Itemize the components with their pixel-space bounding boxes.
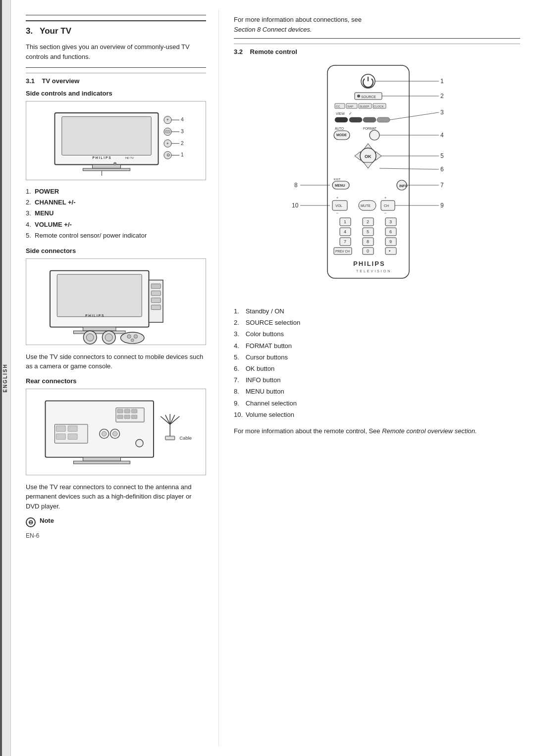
remote-list-item-3: 3. Color buttons bbox=[234, 330, 520, 339]
svg-text:VOL: VOL bbox=[335, 204, 342, 207]
svg-text:⊖: ⊖ bbox=[166, 152, 170, 157]
svg-text:+: + bbox=[166, 141, 169, 146]
svg-text:4: 4 bbox=[344, 229, 346, 234]
svg-text:–: – bbox=[336, 211, 338, 214]
svg-line-66 bbox=[165, 415, 170, 424]
svg-rect-95 bbox=[349, 117, 362, 122]
section-title: 3. Your TV bbox=[26, 20, 206, 36]
list-item-4: 4. VOLUME +/- bbox=[26, 220, 206, 229]
svg-rect-58 bbox=[68, 434, 77, 439]
section-divider bbox=[26, 15, 206, 15]
svg-text:HD TV: HD TV bbox=[125, 156, 134, 159]
svg-text:PREV CH: PREV CH bbox=[335, 250, 350, 253]
svg-text:10: 10 bbox=[292, 202, 299, 209]
svg-text:9: 9 bbox=[440, 202, 444, 209]
svg-text:CC: CC bbox=[336, 105, 340, 108]
rear-connectors-diagram-box: Cable bbox=[26, 389, 206, 475]
svg-point-45 bbox=[131, 339, 134, 342]
remote-list-item-4: 4. FORMAT button bbox=[234, 342, 520, 351]
svg-text:PHILIPS: PHILIPS bbox=[353, 260, 385, 267]
language-sidebar: ENGLISH bbox=[0, 0, 11, 756]
svg-text:+: + bbox=[384, 196, 386, 200]
svg-text:VIEW: VIEW bbox=[336, 112, 345, 115]
svg-text:1: 1 bbox=[181, 152, 184, 157]
svg-point-24 bbox=[113, 162, 116, 165]
remote-list-item-8: 8. MENU button bbox=[234, 387, 520, 396]
remote-list-item-6: 6. OK button bbox=[234, 364, 520, 373]
svg-text:3: 3 bbox=[389, 219, 392, 224]
svg-rect-29 bbox=[151, 284, 160, 289]
svg-text:–: – bbox=[384, 211, 386, 214]
svg-rect-96 bbox=[363, 117, 376, 122]
svg-point-62 bbox=[112, 431, 117, 436]
svg-text:9: 9 bbox=[389, 239, 392, 244]
remote-list-item-2: 2. SOURCE selection bbox=[234, 318, 520, 327]
svg-rect-11 bbox=[165, 130, 170, 133]
remote-list-item-10: 10. Volume selection bbox=[234, 410, 520, 419]
remote-list-item-9: 9. Channel selection bbox=[234, 399, 520, 408]
svg-text:5: 5 bbox=[367, 229, 369, 234]
svg-text:6: 6 bbox=[389, 229, 392, 234]
note-box: ⊖ Note bbox=[26, 517, 206, 527]
svg-point-41 bbox=[105, 334, 112, 341]
tv-side-diagram-box: PHILIPS HD TV + 4 3 bbox=[26, 101, 206, 180]
list-item-3: 3. MENU bbox=[26, 209, 206, 218]
remote-diagram-wrap: 1 SOURCE 2 CC SAP SLE bbox=[234, 60, 520, 300]
section-divider-right bbox=[234, 38, 520, 39]
remote-list-item-1: 1. Standby / ON bbox=[234, 307, 520, 316]
svg-text:•: • bbox=[389, 249, 390, 253]
svg-point-104 bbox=[370, 130, 379, 140]
svg-text:Cable: Cable bbox=[179, 435, 192, 440]
svg-rect-53 bbox=[131, 415, 137, 419]
rear-connectors-text: Use the TV rear connectors to connect to… bbox=[26, 482, 206, 511]
svg-rect-162 bbox=[385, 248, 396, 254]
svg-rect-56 bbox=[68, 426, 77, 431]
svg-text:CLOCK: CLOCK bbox=[374, 105, 384, 108]
side-controls-list: 1. POWER 2. CHANNEL +/- 3. MENU 4. VOLUM… bbox=[26, 187, 206, 240]
svg-point-42 bbox=[121, 332, 145, 344]
svg-rect-37 bbox=[74, 331, 126, 334]
svg-text:4: 4 bbox=[181, 117, 184, 122]
svg-point-39 bbox=[86, 334, 94, 341]
svg-text:AUTO: AUTO bbox=[335, 127, 344, 130]
bottom-note-italic: Remote control overview section. bbox=[382, 427, 477, 435]
svg-rect-72 bbox=[165, 436, 175, 440]
svg-text:2: 2 bbox=[367, 219, 369, 224]
remote-with-callouts: 1 SOURCE 2 CC SAP SLE bbox=[253, 60, 501, 300]
svg-text:7: 7 bbox=[440, 182, 444, 189]
tv-side-diagram-svg: PHILIPS HD TV + 4 3 bbox=[31, 106, 201, 176]
main-content: 3. Your TV This section gives you an ove… bbox=[11, 0, 535, 756]
svg-text:INFO: INFO bbox=[399, 184, 408, 188]
svg-rect-51 bbox=[117, 415, 123, 419]
svg-text:+: + bbox=[336, 196, 338, 200]
svg-rect-30 bbox=[151, 291, 160, 296]
svg-point-63 bbox=[136, 439, 143, 447]
side-connectors-svg: PHILIPS bbox=[31, 264, 201, 346]
svg-line-68 bbox=[170, 415, 175, 424]
svg-text:1: 1 bbox=[440, 78, 444, 85]
note-icon: ⊖ bbox=[26, 517, 36, 527]
sidebar-accent-line bbox=[0, 0, 2, 756]
note-label: Note bbox=[40, 517, 54, 524]
svg-text:2: 2 bbox=[181, 141, 184, 146]
svg-rect-97 bbox=[377, 117, 390, 122]
svg-rect-26 bbox=[57, 274, 142, 317]
left-column: 3. Your TV This section gives you an ove… bbox=[11, 10, 219, 746]
intro-text: This section gives you an overview of co… bbox=[26, 42, 206, 61]
remote-intro-italic: Section 8 Connect devices. bbox=[234, 26, 312, 33]
svg-rect-52 bbox=[124, 415, 130, 419]
svg-rect-65 bbox=[74, 461, 130, 464]
svg-text:4: 4 bbox=[440, 132, 444, 139]
svg-text:CH: CH bbox=[384, 204, 389, 207]
svg-point-44 bbox=[134, 335, 138, 339]
svg-rect-64 bbox=[83, 457, 121, 461]
svg-line-70 bbox=[160, 416, 170, 424]
rear-connectors-svg: Cable bbox=[31, 394, 201, 476]
bottom-note: For more information about the remote co… bbox=[234, 426, 520, 436]
svg-text:3: 3 bbox=[440, 109, 444, 116]
remote-intro: For more information about connections, … bbox=[234, 15, 520, 34]
svg-rect-50 bbox=[131, 409, 137, 413]
side-connectors-text: Use the TV side connectors to connect to… bbox=[26, 352, 206, 371]
svg-text:SAP: SAP bbox=[347, 105, 353, 108]
svg-text:8: 8 bbox=[294, 182, 298, 189]
